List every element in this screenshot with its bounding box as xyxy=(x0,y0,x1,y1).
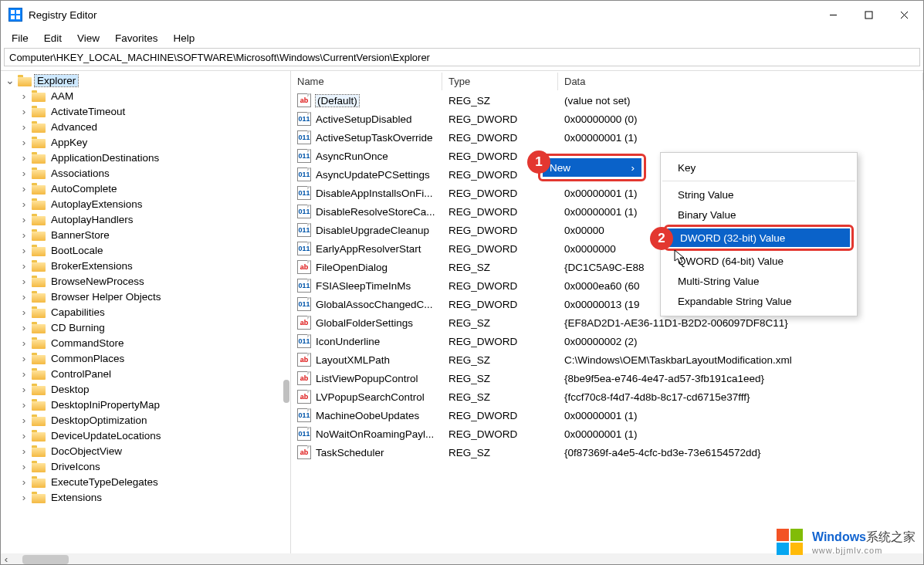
ctx-item-qword64[interactable]: QWORD (64-bit) Value xyxy=(661,251,857,271)
chevron-right-icon[interactable]: › xyxy=(18,491,30,503)
chevron-right-icon[interactable]: › xyxy=(18,151,30,164)
tree-item[interactable]: ›Extensions xyxy=(1,489,290,505)
tree-item[interactable]: ›ApplicationDestinations xyxy=(1,150,290,165)
tree-item[interactable]: ›AutoplayExtensions xyxy=(1,196,290,211)
chevron-right-icon[interactable]: › xyxy=(18,321,30,333)
tree-item[interactable]: ›ActivateTimeout xyxy=(1,103,290,119)
chevron-right-icon[interactable]: › xyxy=(18,213,30,225)
tree-item[interactable]: ›Capabilities xyxy=(1,304,290,320)
col-name[interactable]: Name xyxy=(291,73,442,90)
tree-item[interactable]: ›BootLocale xyxy=(1,242,290,258)
tree-item[interactable]: ›AutoComplete xyxy=(1,181,290,196)
chevron-right-icon[interactable]: › xyxy=(18,136,30,148)
value-row[interactable]: 011MachineOobeUpdatesREG_DWORD0x00000001… xyxy=(291,406,923,425)
tree-label: ActivateTimeout xyxy=(49,106,127,117)
ctx-item-dword32[interactable]: DWORD (32-bit) Value xyxy=(668,228,850,247)
value-row[interactable]: abLVPopupSearchControlREG_SZ{fccf70c8-f4… xyxy=(291,387,923,406)
chevron-right-icon[interactable]: › xyxy=(18,275,30,287)
tree-item[interactable]: ›Desktop xyxy=(1,381,290,397)
value-name: MachineOobeUpdates xyxy=(316,410,419,421)
tree-item[interactable]: ›BannerStore xyxy=(1,227,290,242)
maximize-button[interactable] xyxy=(851,3,886,26)
ctx-item-multistring[interactable]: Multi-String Value xyxy=(661,271,857,291)
menu-file[interactable]: File xyxy=(4,31,36,46)
tree-item[interactable]: ›BrokerExtensions xyxy=(1,258,290,273)
ctx-item-expandablestring[interactable]: Expandable String Value xyxy=(661,291,857,311)
tree-label: BrowseNewProcess xyxy=(49,276,147,287)
ctx-item-binary-value[interactable]: Binary Value xyxy=(661,205,857,225)
chevron-right-icon[interactable]: › xyxy=(18,90,30,102)
chevron-right-icon[interactable]: › xyxy=(18,475,30,488)
tree-vscroll-thumb[interactable] xyxy=(283,380,289,403)
context-menu-item-new[interactable]: New › xyxy=(543,158,641,177)
tree-item[interactable]: ›DesktopIniPropertyMap xyxy=(1,397,290,412)
chevron-right-icon[interactable]: › xyxy=(18,367,30,380)
chevron-right-icon[interactable]: › xyxy=(18,105,30,117)
value-type: REG_DWORD xyxy=(442,225,558,236)
menu-favorites[interactable]: Favorites xyxy=(107,31,166,46)
tree-item[interactable]: ›Browser Helper Objects xyxy=(1,289,290,304)
value-row[interactable]: abTaskSchedulerREG_SZ{0f87369f-a4e5-4cfc… xyxy=(291,443,923,462)
chevron-right-icon[interactable]: › xyxy=(18,290,30,303)
tree-label: Associations xyxy=(49,167,112,179)
chevron-right-icon[interactable]: › xyxy=(18,352,30,364)
chevron-right-icon[interactable]: › xyxy=(18,120,30,133)
chevron-right-icon[interactable]: › xyxy=(18,228,30,241)
chevron-right-icon[interactable]: › xyxy=(18,460,30,472)
close-button[interactable] xyxy=(886,3,922,26)
key-tree[interactable]: ⌄Explorer›AAM›ActivateTimeout›Advanced›A… xyxy=(1,70,291,553)
folder-icon xyxy=(32,214,46,225)
chevron-right-icon[interactable]: › xyxy=(18,414,30,426)
chevron-down-icon[interactable]: ⌄ xyxy=(4,74,16,86)
tree-label: AutoComplete xyxy=(49,183,120,195)
tree-item[interactable]: ›CD Burning xyxy=(1,320,290,335)
folder-icon xyxy=(32,167,46,179)
tree-item[interactable]: ›AppKey xyxy=(1,134,290,150)
minimize-button[interactable] xyxy=(815,3,851,26)
tree-item[interactable]: ›DeviceUpdateLocations xyxy=(1,428,290,443)
tree-item[interactable]: ›CommonPlaces xyxy=(1,350,290,366)
tree-item[interactable]: ›CommandStore xyxy=(1,335,290,350)
tree-item[interactable]: ›Associations xyxy=(1,165,290,181)
chevron-right-icon[interactable]: › xyxy=(18,445,30,457)
value-row[interactable]: 011ActiveSetupDisabledREG_DWORD0x0000000… xyxy=(291,110,923,128)
tree-item[interactable]: ›ControlPanel xyxy=(1,366,290,381)
chevron-right-icon[interactable]: › xyxy=(18,167,30,179)
value-row[interactable]: 011IconUnderlineREG_DWORD0x00000002 (2) xyxy=(291,332,923,350)
tree-item[interactable]: ›DesktopOptimization xyxy=(1,412,290,428)
dword-value-icon: 011 xyxy=(297,130,311,144)
chevron-right-icon[interactable]: › xyxy=(18,383,30,395)
tree-item[interactable]: ›AutoplayHandlers xyxy=(1,211,290,227)
ctx-item-string-value[interactable]: String Value xyxy=(661,184,857,205)
tree-item[interactable]: ›DocObjectView xyxy=(1,443,290,458)
chevron-right-icon[interactable]: › xyxy=(18,182,30,195)
value-row[interactable]: ab(Default)REG_SZ(value not set) xyxy=(291,91,923,110)
menu-edit[interactable]: Edit xyxy=(36,31,69,46)
menu-view[interactable]: View xyxy=(69,31,107,46)
ctx-item-key[interactable]: Key xyxy=(661,157,857,178)
hscroll-left-icon[interactable]: ‹ xyxy=(1,553,12,565)
tree-item[interactable]: ›AAM xyxy=(1,88,290,103)
tree-item-root[interactable]: ⌄Explorer xyxy=(1,73,290,88)
chevron-right-icon[interactable]: › xyxy=(18,306,30,318)
value-row[interactable]: 011NoWaitOnRoamingPayl...REG_DWORD0x0000… xyxy=(291,425,923,443)
value-row[interactable]: 011ActiveSetupTaskOverrideREG_DWORD0x000… xyxy=(291,128,923,147)
value-row[interactable]: abListViewPopupControlREG_SZ{8be9f5ea-e7… xyxy=(291,369,923,387)
menu-help[interactable]: Help xyxy=(166,31,203,46)
tree-item[interactable]: ›ExecuteTypeDelegates xyxy=(1,474,290,489)
chevron-right-icon[interactable]: › xyxy=(18,337,30,349)
hscroll-thumb[interactable] xyxy=(22,555,69,564)
value-row[interactable]: abLayoutXMLPathREG_SZC:\Windows\OEM\Task… xyxy=(291,350,923,369)
chevron-right-icon[interactable]: › xyxy=(18,398,30,411)
chevron-right-icon[interactable]: › xyxy=(18,244,30,256)
chevron-right-icon[interactable]: › xyxy=(18,198,30,210)
tree-item[interactable]: ›BrowseNewProcess xyxy=(1,273,290,289)
tree-item[interactable]: ›Advanced xyxy=(1,119,290,134)
tree-item[interactable]: ›DriveIcons xyxy=(1,458,290,474)
address-bar[interactable]: Computer\HKEY_LOCAL_MACHINE\SOFTWARE\Mic… xyxy=(4,48,920,66)
chevron-right-icon[interactable]: › xyxy=(18,259,30,272)
col-data[interactable]: Data xyxy=(558,73,923,90)
chevron-right-icon[interactable]: › xyxy=(18,429,30,442)
string-value-icon: ab xyxy=(297,316,311,330)
col-type[interactable]: Type xyxy=(442,73,558,90)
